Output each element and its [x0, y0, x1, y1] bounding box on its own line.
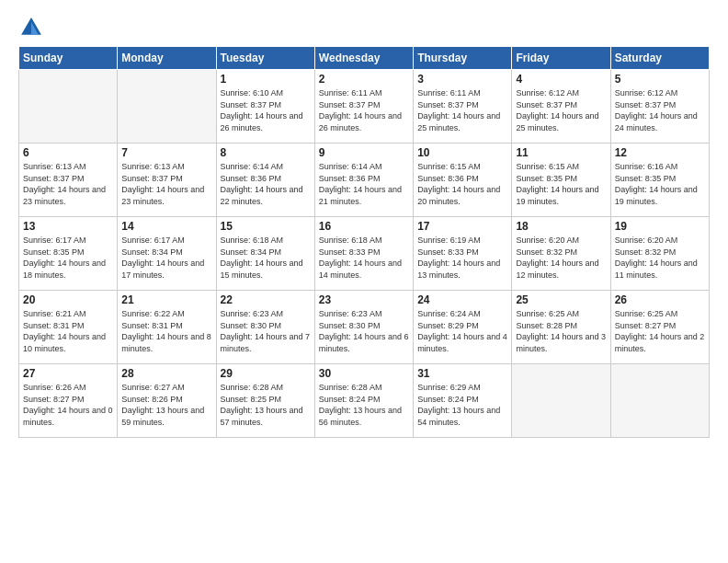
cell-info: Sunrise: 6:18 AM Sunset: 8:33 PM Dayligh…: [319, 235, 409, 281]
cell-info: Sunrise: 6:19 AM Sunset: 8:33 PM Dayligh…: [417, 235, 507, 281]
day-number: 6: [23, 146, 113, 159]
calendar-cell: 20Sunrise: 6:21 AM Sunset: 8:31 PM Dayli…: [19, 291, 118, 364]
calendar-cell: 22Sunrise: 6:23 AM Sunset: 8:30 PM Dayli…: [216, 291, 314, 364]
calendar-cell: 30Sunrise: 6:28 AM Sunset: 8:24 PM Dayli…: [314, 364, 413, 438]
calendar-cell: 12Sunrise: 6:16 AM Sunset: 8:35 PM Dayli…: [610, 144, 709, 217]
day-number: 22: [221, 293, 311, 306]
calendar-cell: 21Sunrise: 6:22 AM Sunset: 8:31 PM Dayli…: [118, 291, 216, 364]
calendar-header-row: SundayMondayTuesdayWednesdayThursdayFrid…: [19, 47, 710, 70]
day-number: 7: [121, 146, 211, 159]
calendar-cell: 17Sunrise: 6:19 AM Sunset: 8:33 PM Dayli…: [414, 217, 512, 291]
calendar-header-wednesday: Wednesday: [314, 47, 413, 70]
day-number: 20: [23, 293, 113, 306]
cell-info: Sunrise: 6:25 AM Sunset: 8:28 PM Dayligh…: [516, 308, 606, 354]
calendar-cell: 7Sunrise: 6:13 AM Sunset: 8:37 PM Daylig…: [118, 144, 216, 217]
calendar-cell: [610, 364, 709, 438]
logo-icon: [18, 15, 44, 40]
day-number: 2: [319, 73, 409, 86]
day-number: 24: [417, 293, 507, 306]
calendar-cell: 29Sunrise: 6:28 AM Sunset: 8:25 PM Dayli…: [216, 364, 314, 438]
calendar-cell: [512, 364, 610, 438]
calendar-cell: 11Sunrise: 6:15 AM Sunset: 8:35 PM Dayli…: [512, 144, 610, 217]
calendar-header-monday: Monday: [118, 47, 216, 70]
day-number: 29: [221, 367, 311, 380]
cell-info: Sunrise: 6:27 AM Sunset: 8:26 PM Dayligh…: [121, 382, 211, 428]
calendar-week-4: 20Sunrise: 6:21 AM Sunset: 8:31 PM Dayli…: [19, 291, 710, 364]
calendar-cell: 10Sunrise: 6:15 AM Sunset: 8:36 PM Dayli…: [414, 144, 512, 217]
calendar-header-friday: Friday: [512, 47, 610, 70]
calendar: SundayMondayTuesdayWednesdayThursdayFrid…: [18, 46, 710, 438]
day-number: 31: [417, 367, 507, 380]
cell-info: Sunrise: 6:14 AM Sunset: 8:36 PM Dayligh…: [221, 161, 311, 207]
day-number: 27: [23, 367, 113, 380]
calendar-cell: 6Sunrise: 6:13 AM Sunset: 8:37 PM Daylig…: [19, 144, 118, 217]
calendar-cell: 19Sunrise: 6:20 AM Sunset: 8:32 PM Dayli…: [610, 217, 709, 291]
cell-info: Sunrise: 6:25 AM Sunset: 8:27 PM Dayligh…: [615, 308, 705, 354]
cell-info: Sunrise: 6:28 AM Sunset: 8:25 PM Dayligh…: [221, 382, 311, 428]
cell-info: Sunrise: 6:24 AM Sunset: 8:29 PM Dayligh…: [417, 308, 507, 354]
day-number: 16: [319, 220, 409, 233]
day-number: 19: [615, 220, 705, 233]
calendar-header-tuesday: Tuesday: [216, 47, 314, 70]
cell-info: Sunrise: 6:12 AM Sunset: 8:37 PM Dayligh…: [516, 87, 606, 133]
calendar-cell: 14Sunrise: 6:17 AM Sunset: 8:34 PM Dayli…: [118, 217, 216, 291]
logo: [18, 15, 48, 40]
day-number: 21: [121, 293, 211, 306]
calendar-cell: 5Sunrise: 6:12 AM Sunset: 8:37 PM Daylig…: [610, 70, 709, 144]
cell-info: Sunrise: 6:23 AM Sunset: 8:30 PM Dayligh…: [319, 308, 409, 354]
calendar-cell: 13Sunrise: 6:17 AM Sunset: 8:35 PM Dayli…: [19, 217, 118, 291]
calendar-cell: 15Sunrise: 6:18 AM Sunset: 8:34 PM Dayli…: [216, 217, 314, 291]
cell-info: Sunrise: 6:22 AM Sunset: 8:31 PM Dayligh…: [121, 308, 211, 354]
cell-info: Sunrise: 6:11 AM Sunset: 8:37 PM Dayligh…: [417, 87, 507, 133]
calendar-cell: [118, 70, 216, 144]
cell-info: Sunrise: 6:21 AM Sunset: 8:31 PM Dayligh…: [23, 308, 113, 354]
calendar-cell: 27Sunrise: 6:26 AM Sunset: 8:27 PM Dayli…: [19, 364, 118, 438]
calendar-week-1: 1Sunrise: 6:10 AM Sunset: 8:37 PM Daylig…: [19, 70, 710, 144]
calendar-cell: 2Sunrise: 6:11 AM Sunset: 8:37 PM Daylig…: [314, 70, 413, 144]
calendar-cell: 3Sunrise: 6:11 AM Sunset: 8:37 PM Daylig…: [414, 70, 512, 144]
day-number: 23: [319, 293, 409, 306]
day-number: 8: [221, 146, 311, 159]
calendar-header-sunday: Sunday: [19, 47, 118, 70]
day-number: 11: [516, 146, 606, 159]
calendar-cell: [19, 70, 118, 144]
calendar-cell: 23Sunrise: 6:23 AM Sunset: 8:30 PM Dayli…: [314, 291, 413, 364]
day-number: 12: [615, 146, 705, 159]
calendar-cell: 9Sunrise: 6:14 AM Sunset: 8:36 PM Daylig…: [314, 144, 413, 217]
cell-info: Sunrise: 6:18 AM Sunset: 8:34 PM Dayligh…: [221, 235, 311, 281]
day-number: 28: [121, 367, 211, 380]
calendar-cell: 31Sunrise: 6:29 AM Sunset: 8:24 PM Dayli…: [414, 364, 512, 438]
day-number: 10: [417, 146, 507, 159]
cell-info: Sunrise: 6:23 AM Sunset: 8:30 PM Dayligh…: [221, 308, 311, 354]
day-number: 4: [516, 73, 606, 86]
cell-info: Sunrise: 6:13 AM Sunset: 8:37 PM Dayligh…: [23, 161, 113, 207]
calendar-week-5: 27Sunrise: 6:26 AM Sunset: 8:27 PM Dayli…: [19, 364, 710, 438]
calendar-week-3: 13Sunrise: 6:17 AM Sunset: 8:35 PM Dayli…: [19, 217, 710, 291]
calendar-cell: 25Sunrise: 6:25 AM Sunset: 8:28 PM Dayli…: [512, 291, 610, 364]
day-number: 17: [417, 220, 507, 233]
day-number: 3: [417, 73, 507, 86]
page-header: [18, 15, 710, 40]
cell-info: Sunrise: 6:20 AM Sunset: 8:32 PM Dayligh…: [516, 235, 606, 281]
cell-info: Sunrise: 6:20 AM Sunset: 8:32 PM Dayligh…: [615, 235, 705, 281]
day-number: 13: [23, 220, 113, 233]
calendar-cell: 1Sunrise: 6:10 AM Sunset: 8:37 PM Daylig…: [216, 70, 314, 144]
cell-info: Sunrise: 6:15 AM Sunset: 8:36 PM Dayligh…: [417, 161, 507, 207]
day-number: 25: [516, 293, 606, 306]
calendar-cell: 26Sunrise: 6:25 AM Sunset: 8:27 PM Dayli…: [610, 291, 709, 364]
calendar-cell: 16Sunrise: 6:18 AM Sunset: 8:33 PM Dayli…: [314, 217, 413, 291]
day-number: 15: [221, 220, 311, 233]
day-number: 14: [121, 220, 211, 233]
calendar-cell: 18Sunrise: 6:20 AM Sunset: 8:32 PM Dayli…: [512, 217, 610, 291]
calendar-cell: 8Sunrise: 6:14 AM Sunset: 8:36 PM Daylig…: [216, 144, 314, 217]
cell-info: Sunrise: 6:14 AM Sunset: 8:36 PM Dayligh…: [319, 161, 409, 207]
day-number: 5: [615, 73, 705, 86]
day-number: 18: [516, 220, 606, 233]
cell-info: Sunrise: 6:26 AM Sunset: 8:27 PM Dayligh…: [23, 382, 113, 428]
calendar-header-thursday: Thursday: [414, 47, 512, 70]
cell-info: Sunrise: 6:10 AM Sunset: 8:37 PM Dayligh…: [221, 87, 311, 133]
cell-info: Sunrise: 6:12 AM Sunset: 8:37 PM Dayligh…: [615, 87, 705, 133]
cell-info: Sunrise: 6:17 AM Sunset: 8:35 PM Dayligh…: [23, 235, 113, 281]
cell-info: Sunrise: 6:13 AM Sunset: 8:37 PM Dayligh…: [121, 161, 211, 207]
calendar-header-saturday: Saturday: [610, 47, 709, 70]
